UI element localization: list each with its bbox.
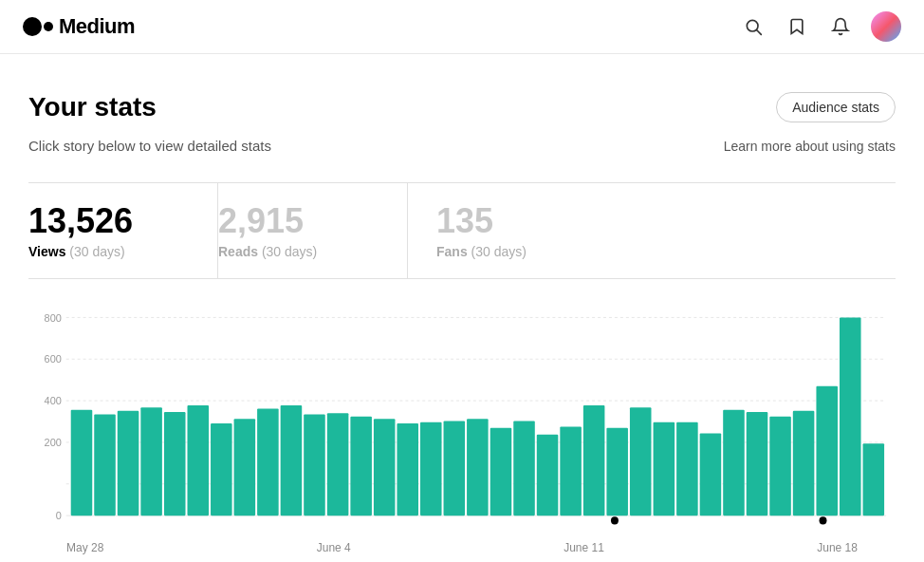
bookmark-icon[interactable] (784, 13, 810, 40)
svg-text:0: 0 (56, 510, 62, 521)
svg-rect-27 (397, 422, 418, 515)
main-content: Your stats Audience stats Click story be… (0, 54, 924, 554)
svg-rect-45 (816, 385, 838, 515)
svg-rect-33 (537, 434, 559, 515)
svg-rect-28 (420, 422, 442, 515)
svg-rect-17 (164, 412, 186, 515)
header: Medium (0, 0, 924, 54)
page-header: Your stats Audience stats (28, 92, 896, 122)
svg-rect-35 (583, 404, 605, 515)
svg-rect-29 (444, 421, 466, 515)
svg-rect-21 (257, 408, 279, 515)
logo-text: Medium (59, 14, 135, 39)
svg-rect-25 (350, 416, 372, 515)
svg-rect-39 (676, 422, 698, 515)
chart-x-labels: May 28 June 4 June 11 June 18 (28, 535, 896, 554)
x-label-june4: June 4 (317, 541, 351, 554)
subtitle-text: Click story below to view detailed stats (28, 138, 271, 154)
stats-row: 13,526 Views (30 days) 2,915 Reads (30 d… (28, 182, 896, 279)
logo[interactable]: Medium (23, 14, 135, 39)
logo-icon (23, 17, 53, 36)
x-label-june11: June 11 (564, 541, 604, 554)
svg-text:800: 800 (45, 311, 62, 323)
svg-rect-26 (374, 419, 396, 515)
svg-rect-32 (513, 421, 535, 515)
reads-label: Reads (30 days) (218, 244, 379, 259)
svg-rect-30 (467, 419, 489, 515)
svg-rect-41 (723, 409, 745, 515)
page-title: Your stats (28, 92, 157, 122)
views-stat: 13,526 Views (30 days) (28, 183, 218, 278)
svg-rect-16 (140, 407, 162, 515)
logo-circle-big (23, 17, 42, 36)
avatar[interactable] (871, 11, 901, 42)
fans-label: Fans (30 days) (436, 244, 569, 259)
svg-rect-31 (490, 427, 512, 515)
svg-rect-20 (234, 419, 256, 515)
learn-more-link[interactable]: Learn more about using stats (724, 139, 896, 154)
bell-icon[interactable] (827, 13, 854, 40)
reads-label-bold: Reads (218, 244, 258, 259)
svg-rect-42 (747, 412, 768, 515)
views-label: Views (30 days) (28, 244, 189, 259)
svg-rect-40 (700, 433, 722, 515)
svg-rect-44 (793, 410, 815, 515)
svg-rect-36 (606, 427, 628, 515)
bar-chart: 800 600 400 200 0 (28, 308, 896, 535)
chart-area: 800 600 400 200 0 (28, 308, 896, 535)
x-label-june18: June 18 (817, 541, 858, 554)
svg-text:600: 600 (45, 353, 62, 365)
fans-label-bold: Fans (436, 244, 468, 259)
svg-rect-22 (281, 404, 303, 515)
views-period: (30 days) (69, 244, 124, 259)
svg-rect-37 (630, 407, 652, 515)
svg-point-48 (611, 516, 619, 524)
svg-rect-14 (94, 414, 116, 515)
fans-number: 135 (436, 202, 569, 240)
subtitle-row: Click story below to view detailed stats… (28, 138, 896, 154)
svg-rect-23 (304, 414, 325, 515)
svg-rect-47 (863, 443, 885, 515)
views-label-bold: Views (28, 244, 65, 259)
views-number: 13,526 (28, 202, 189, 240)
header-icons (740, 11, 901, 42)
fans-stat: 135 Fans (30 days) (408, 183, 598, 278)
svg-rect-46 (840, 317, 861, 515)
svg-rect-19 (211, 422, 232, 515)
svg-point-49 (820, 516, 827, 524)
x-label-may28: May 28 (66, 541, 103, 554)
svg-rect-13 (71, 409, 93, 515)
search-icon[interactable] (740, 13, 767, 40)
svg-rect-43 (769, 416, 791, 515)
reads-number: 2,915 (218, 202, 379, 240)
svg-rect-15 (118, 410, 139, 515)
svg-rect-24 (327, 413, 349, 515)
reads-period: (30 days) (262, 244, 317, 259)
svg-text:400: 400 (45, 395, 62, 406)
fans-period: (30 days) (471, 244, 527, 259)
svg-line-1 (757, 30, 762, 35)
audience-stats-button[interactable]: Audience stats (776, 92, 896, 122)
svg-rect-18 (188, 404, 210, 515)
reads-stat: 2,915 Reads (30 days) (218, 183, 408, 278)
svg-rect-34 (560, 426, 582, 515)
logo-circle-small (44, 22, 53, 31)
svg-rect-38 (654, 422, 675, 515)
svg-text:200: 200 (45, 436, 62, 447)
